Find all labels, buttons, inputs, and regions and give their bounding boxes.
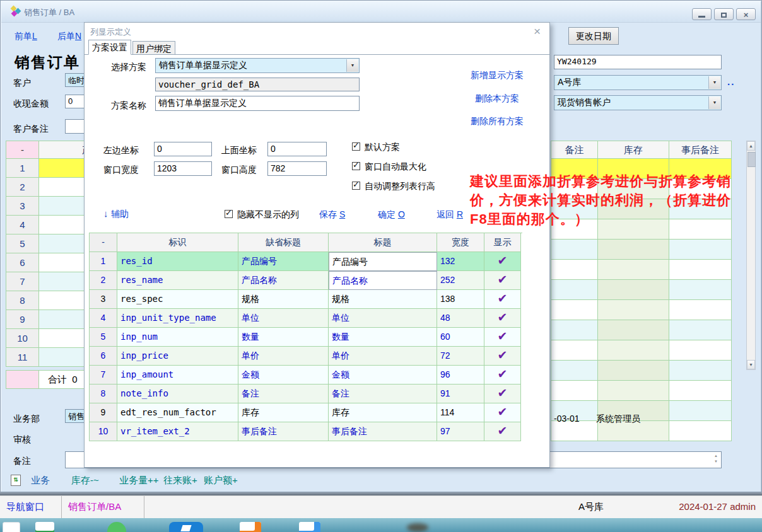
- cell-visible[interactable]: ✔: [484, 309, 521, 328]
- warehouse-more-link[interactable]: ..: [727, 76, 735, 87]
- restore-button[interactable]: [714, 8, 734, 20]
- row-number-cell[interactable]: 2: [6, 178, 39, 197]
- default-scheme-checkbox[interactable]: [352, 142, 360, 151]
- note-cell[interactable]: [551, 381, 598, 401]
- stock-cell[interactable]: [598, 361, 669, 381]
- cell-title[interactable]: 产品名称: [329, 271, 437, 290]
- check-icon[interactable]: ✔: [498, 386, 508, 400]
- post-note-cell[interactable]: [669, 240, 732, 260]
- column-def-row[interactable]: 3res_spec规格规格138✔: [90, 290, 522, 309]
- column-def-row[interactable]: 2res_name产品名称产品名称252✔: [90, 271, 522, 290]
- cell-visible[interactable]: ✔: [484, 252, 521, 271]
- account-select[interactable]: 现货销售帐户 ▼: [554, 95, 722, 110]
- table-row[interactable]: 9: [6, 310, 85, 329]
- product-id-cell[interactable]: [39, 291, 85, 310]
- tab-user-binding[interactable]: 用户绑定: [132, 41, 175, 55]
- post-note-cell[interactable]: [669, 300, 732, 320]
- document-icon[interactable]: [3, 522, 20, 532]
- scheme-name-field[interactable]: 销售订单单据显示定义: [155, 96, 360, 111]
- cell-title[interactable]: 单位: [329, 309, 437, 328]
- cell-row-number[interactable]: 3: [90, 290, 117, 309]
- stock-cell[interactable]: [598, 381, 669, 401]
- row-number-cell[interactable]: 6: [6, 253, 39, 272]
- aux-link[interactable]: ↓ 辅助: [103, 208, 129, 220]
- row-number-cell[interactable]: 3: [6, 197, 39, 216]
- check-icon[interactable]: ✔: [498, 330, 508, 343]
- dialog-close-icon[interactable]: ×: [534, 25, 541, 38]
- product-id-cell[interactable]: [39, 348, 85, 367]
- cell-default-title[interactable]: 单位: [238, 309, 329, 328]
- return-button[interactable]: 返回 R: [437, 209, 463, 221]
- warehouse-select[interactable]: A号库 ▼: [554, 75, 722, 90]
- sales-order-tab[interactable]: 销售订单/BA: [68, 501, 121, 513]
- cell-row-number[interactable]: 10: [90, 422, 117, 441]
- next-order-link[interactable]: 后单N: [57, 31, 81, 42]
- cell-default-title[interactable]: 事后备注: [238, 422, 329, 441]
- cell-width[interactable]: 91: [437, 385, 484, 403]
- cell-width[interactable]: 72: [437, 347, 484, 366]
- row-number-cell[interactable]: 4: [6, 216, 39, 234]
- cell-row-number[interactable]: 7: [90, 366, 117, 385]
- cell-row-number[interactable]: 8: [90, 385, 117, 403]
- post-note-cell[interactable]: [669, 340, 732, 361]
- word-doc-icon[interactable]: [299, 522, 320, 532]
- cell-identifier[interactable]: edt_res_num_factor: [117, 403, 238, 422]
- cell-title[interactable]: 库存: [329, 403, 437, 422]
- table-row[interactable]: 3: [6, 197, 85, 216]
- cell-width[interactable]: 114: [437, 403, 484, 422]
- table-row[interactable]: [551, 300, 732, 320]
- table-row[interactable]: [551, 361, 732, 381]
- chevron-down-icon[interactable]: ▼: [708, 76, 720, 89]
- column-def-row[interactable]: 10vr_item_ext_2事后备注事后备注97✔: [90, 422, 522, 441]
- cell-visible[interactable]: ✔: [484, 366, 521, 385]
- chevron-down-icon[interactable]: ▼: [346, 59, 358, 72]
- column-def-row[interactable]: 1res_id产品编号产品编号132✔: [90, 252, 522, 271]
- cell-identifier[interactable]: res_spec: [117, 290, 238, 309]
- table-row[interactable]: [551, 320, 732, 340]
- prev-order-link[interactable]: 前单L: [15, 31, 37, 42]
- cell-width[interactable]: 96: [437, 366, 484, 385]
- product-id-cell[interactable]: [39, 329, 85, 348]
- table-row[interactable]: 5: [6, 234, 85, 253]
- save-button[interactable]: 保存 S: [319, 209, 345, 221]
- table-row[interactable]: 4: [6, 216, 85, 234]
- table-row[interactable]: 7: [6, 272, 85, 291]
- table-row[interactable]: 8: [6, 291, 85, 310]
- table-row[interactable]: [551, 280, 732, 300]
- note-cell[interactable]: [551, 320, 598, 340]
- cell-row-number[interactable]: 4: [90, 309, 117, 328]
- column-def-row[interactable]: 5inp_num数量数量60✔: [90, 328, 522, 347]
- chevron-down-icon[interactable]: ▼: [708, 96, 720, 109]
- post-note-cell[interactable]: [669, 320, 732, 340]
- product-id-cell[interactable]: [39, 310, 85, 329]
- auto-maximize-checkbox[interactable]: [352, 162, 360, 170]
- column-def-row[interactable]: 8note_info备注备注91✔: [90, 385, 522, 403]
- cell-visible[interactable]: ✔: [484, 422, 521, 441]
- check-icon[interactable]: ✔: [498, 254, 508, 267]
- stock-cell[interactable]: [598, 280, 669, 300]
- table-row[interactable]: 2: [6, 178, 85, 197]
- left-coord-field[interactable]: 0: [154, 142, 212, 156]
- ok-button[interactable]: 确定 O: [378, 209, 405, 221]
- table-row[interactable]: [551, 381, 732, 401]
- stock-cell[interactable]: [598, 340, 669, 361]
- volume-link[interactable]: 业务量++: [119, 475, 159, 487]
- product-id-cell[interactable]: [39, 178, 85, 197]
- minimize-button[interactable]: [692, 8, 712, 20]
- product-id-cell[interactable]: [39, 197, 85, 216]
- note-cell[interactable]: [551, 361, 598, 381]
- telegram-icon[interactable]: [169, 522, 203, 532]
- stock-cell[interactable]: [598, 260, 669, 280]
- cell-title[interactable]: 产品编号: [329, 252, 437, 271]
- check-icon[interactable]: ✔: [498, 367, 508, 381]
- cell-identifier[interactable]: inp_amount: [117, 366, 238, 385]
- cell-visible[interactable]: ✔: [484, 347, 521, 366]
- add-scheme-link[interactable]: 新增显示方案: [471, 70, 524, 81]
- note-cell[interactable]: [551, 300, 598, 320]
- product-id-cell[interactable]: [39, 253, 85, 272]
- delete-scheme-link[interactable]: 删除本方案: [475, 93, 519, 105]
- cell-width[interactable]: 60: [437, 328, 484, 347]
- note-cell[interactable]: [551, 240, 598, 260]
- cell-width[interactable]: 97: [437, 422, 484, 441]
- cell-title[interactable]: 金额: [329, 366, 437, 385]
